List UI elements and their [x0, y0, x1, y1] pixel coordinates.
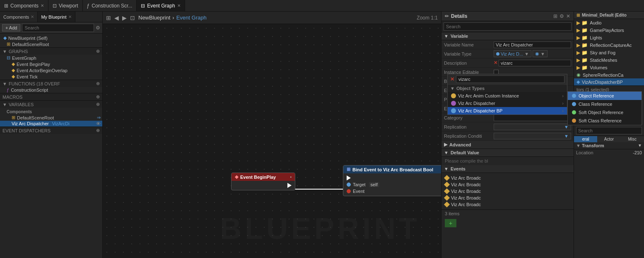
transform-expand[interactable]: ▼	[638, 143, 642, 148]
event-beginplay-item[interactable]: ◆ Event BeginPlay	[0, 61, 102, 67]
object-types-arrow: ▼	[450, 86, 455, 91]
viz-arc-eye-icon[interactable]: 👁	[96, 121, 101, 126]
transform-arrow: ▼	[576, 143, 582, 148]
type-mod-icon: ◉	[535, 51, 539, 56]
file-vizdispatcher[interactable]: ◆ VizArcDispatcherBP	[574, 78, 644, 85]
file-sphere[interactable]: ◉ SphereReflectionCa	[574, 71, 644, 78]
event-item-4[interactable]: Viz Arc Broadc	[441, 201, 574, 208]
event-tick-item[interactable]: ◆ Event Tick	[0, 73, 102, 80]
add-button[interactable]: + Add	[2, 24, 20, 32]
event-item-2[interactable]: Viz Arc Broadc	[441, 188, 574, 195]
table-icon[interactable]: ⊞	[553, 13, 557, 19]
event-beginplay-node[interactable]: ◆ Event BeginPlay ▪	[231, 173, 295, 190]
settings-icon[interactable]: ⚙	[96, 25, 100, 31]
advanced-label: Advanced	[449, 142, 471, 147]
event-item-3[interactable]: Viz Arc Broadc	[441, 195, 574, 201]
far-right-search[interactable]	[576, 127, 642, 134]
event-graph-item[interactable]: ⊟ EventGraph	[0, 55, 102, 61]
far-right-root[interactable]: ⊞ Minimal_Default (Edito	[574, 12, 644, 19]
variable-section-header[interactable]: ▼ Variable	[441, 32, 574, 40]
folder-static-meshes[interactable]: ▶ 📁 StaticMeshes	[574, 56, 644, 64]
var-type-button[interactable]: Viz Arc D... ▼	[494, 50, 531, 57]
back-button[interactable]: ◀	[114, 15, 119, 21]
close-left-components[interactable]: ✕	[31, 15, 34, 19]
details-search[interactable]	[444, 22, 572, 31]
add-graph-button[interactable]: ⊕	[96, 49, 100, 54]
tab-general[interactable]: eral	[574, 136, 597, 142]
construction-script-item[interactable]: ƒ ConstructionScript	[0, 87, 102, 93]
close-details[interactable]: ✕	[566, 13, 570, 19]
tab-construction[interactable]: ƒ Construction Scr...	[83, 0, 137, 11]
tab-my-blueprint[interactable]: My Blueprint ✕	[38, 12, 75, 22]
add-variable-button[interactable]: ⊕	[96, 102, 100, 107]
tab-components-left[interactable]: Components ✕	[0, 12, 38, 22]
tab-my-blueprint-label: My Blueprint	[41, 15, 66, 19]
dropdown-item-2[interactable]: Viz Arc Dispatcher BP ›	[448, 107, 567, 114]
var-type-modifier[interactable]: ◉ ▼	[533, 50, 548, 57]
add-function-button[interactable]: ⊕	[96, 81, 100, 86]
breadcrumb-root[interactable]: NewBlueprint	[138, 15, 170, 21]
folder-gameplay[interactable]: ▶ 📁 GamePlayActors	[574, 27, 644, 34]
forward-button[interactable]: ▶	[122, 15, 127, 21]
event-graph-icon: ⊟	[7, 55, 10, 61]
default-value-section[interactable]: ▼ Default Value	[441, 149, 574, 157]
sm-dot-1	[572, 102, 576, 106]
dropdown-search-input[interactable]	[456, 75, 564, 83]
dropdown-clear-icon[interactable]: ✕	[450, 76, 454, 82]
viz-arc-dispatcher-var[interactable]: Viz Arc Dispatcher VizArcDi 👁	[0, 121, 102, 127]
dropdown-search-row: ✕	[448, 74, 567, 85]
add-macro-button[interactable]: ⊕	[96, 94, 100, 100]
clear-icon[interactable]: ✕	[494, 60, 497, 66]
tab-misc[interactable]: Misc	[621, 136, 644, 142]
diamond-icon-beginplay: ◆	[12, 61, 15, 67]
tab-viewport[interactable]: ⊡ Viewport	[48, 0, 82, 11]
folder-sky[interactable]: ▶ 📁 Sky and Fog	[574, 49, 644, 56]
var-type-name: Viz Arc D...	[501, 51, 523, 56]
blueprint-search[interactable]	[22, 24, 94, 32]
node-close-icon[interactable]: ▪	[290, 175, 292, 179]
tab-components[interactable]: ⊞ Components ✕	[0, 0, 48, 11]
sub-menu-soft-object-ref[interactable]: Soft Object Reference	[568, 108, 642, 117]
replication-cond-dropdown[interactable]: ▼	[494, 133, 571, 139]
scene-root-icon: ⊞	[12, 115, 15, 120]
location-label: Location	[576, 150, 593, 155]
replication-dropdown[interactable]: ▼	[494, 124, 571, 130]
event-item-0[interactable]: Viz Arc Broadc	[441, 175, 574, 181]
default-scene-root[interactable]: ⊞ DefaultSceneRoot	[0, 41, 102, 47]
event-item-1[interactable]: Viz Arc Broadc	[441, 181, 574, 188]
tab-actor[interactable]: Actor	[597, 136, 620, 142]
replication-cond-arrow: ▼	[564, 134, 569, 139]
viewport-nav-icon[interactable]: ⊞	[106, 15, 111, 21]
sub-menu-soft-class-ref[interactable]: Soft Class Reference	[568, 117, 642, 125]
advanced-section[interactable]: ▶ Advanced	[441, 141, 574, 149]
tab-event-graph[interactable]: ⊟ Event Graph ✕	[137, 0, 185, 11]
dropdown-item-1[interactable]: Viz Arc Dispatcher ›	[448, 100, 567, 107]
default-scene-root-var[interactable]: ⊞ DefaultSceneRoot ⇒	[0, 114, 102, 121]
close-my-blueprint[interactable]: ✕	[68, 15, 72, 19]
variable-arrow: ▼	[444, 34, 449, 39]
dropdown-item-0[interactable]: Viz Arc Anim Custom Instance ›	[448, 92, 567, 100]
sub-menu-object-ref[interactable]: Object Reference	[568, 92, 642, 100]
folder-lights[interactable]: ▶ 📁 Lights	[574, 34, 644, 41]
details-settings-icon[interactable]: ⚙	[560, 13, 564, 19]
add-dispatcher-button[interactable]: ⊕	[96, 128, 100, 133]
close-event-graph-tab[interactable]: ✕	[177, 3, 181, 8]
var-name-input[interactable]	[494, 41, 571, 48]
far-right-search-area	[574, 126, 644, 136]
event-actoroverlap-item[interactable]: ◆ Event ActorBeginOverlap	[0, 67, 102, 73]
close-components-tab[interactable]: ✕	[41, 3, 44, 8]
bind-event-node[interactable]: ⊞ Bind Event to Viz Arc Broadcast Bool T…	[343, 165, 441, 196]
add-event-button[interactable]: +	[445, 219, 456, 227]
fit-view-button[interactable]: ⊡	[130, 15, 135, 21]
folder-volumes[interactable]: ▶ 📁 Volumes	[574, 64, 644, 71]
sm-dot-2	[572, 110, 576, 114]
events-section[interactable]: ▼ Events	[441, 165, 574, 173]
category-input[interactable]	[494, 114, 571, 121]
description-input[interactable]	[499, 60, 571, 66]
sub-menu-class-ref[interactable]: Class Reference	[568, 100, 642, 108]
folder-reflection[interactable]: ▶ 📁 ReflectionCaptureAc	[574, 41, 644, 49]
graph-canvas[interactable]: ◆ Event BeginPlay ▪ ⊞ Bind Event to Viz …	[103, 24, 441, 258]
var-type-value: Viz Arc D... ▼ ◉ ▼	[494, 50, 571, 57]
folder-audio[interactable]: ▶ 📁 Audio	[574, 19, 644, 27]
blueprint-root[interactable]: ◆ NewBlueprint (Self)	[0, 35, 102, 41]
